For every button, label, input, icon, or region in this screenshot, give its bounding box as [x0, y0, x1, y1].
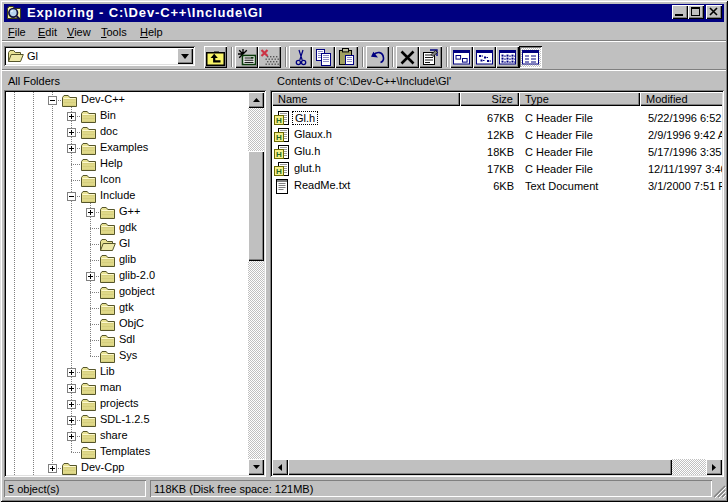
svg-text:H: H	[276, 116, 282, 125]
svg-text:H: H	[276, 133, 282, 142]
svg-text:H: H	[276, 167, 282, 176]
svg-text:H: H	[276, 150, 282, 159]
